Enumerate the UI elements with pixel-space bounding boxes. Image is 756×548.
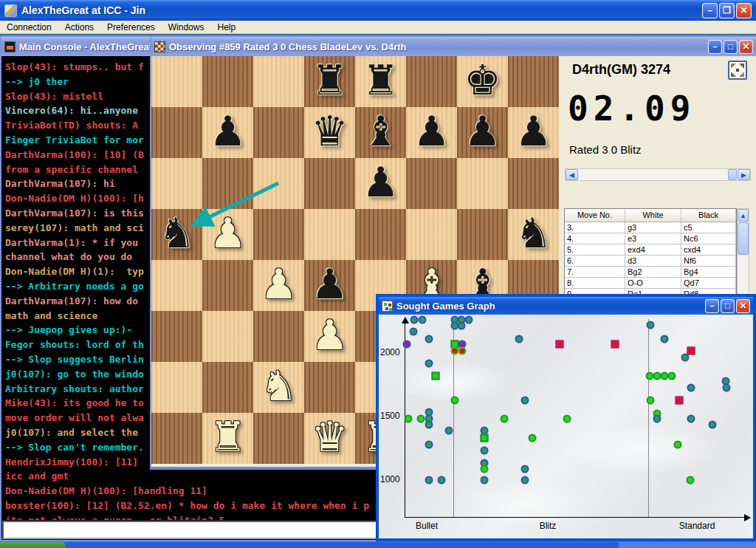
sought-game-dot[interactable] [425,335,433,343]
board-minimize-button[interactable]: – [708,40,722,54]
sought-game-dot[interactable] [481,465,489,473]
move-row[interactable]: 8.O-OQd7 [565,278,736,289]
chess-piece-black-knight-h5[interactable]: ♞ [508,209,559,260]
start-button[interactable] [0,542,65,548]
sought-game-dot[interactable] [668,371,676,380]
chess-piece-white-pawn-d3[interactable]: ♟ [304,311,355,362]
menu-help[interactable]: Help [210,21,242,34]
chess-piece-black-pawn-b7[interactable]: ♟ [202,107,253,158]
sought-game-dot[interactable] [438,476,446,484]
chess-piece-black-pawn-h7[interactable]: ♟ [508,107,559,158]
sought-game-dot[interactable] [501,415,509,423]
sought-game-dot[interactable] [481,476,489,484]
board-maximize-button[interactable]: □ [724,40,738,54]
sought-game-dot[interactable] [611,340,619,348]
board-window-titlebar[interactable]: Observing #859 Rated 3 0 Chess BladeLev … [151,37,756,56]
chess-piece-black-pawn-f7[interactable]: ♟ [406,107,457,158]
sought-game-dot[interactable] [687,476,695,484]
sought-game-dot[interactable] [709,421,717,429]
flip-board-button[interactable] [728,61,747,80]
sought-game-dot[interactable] [425,421,433,429]
chess-piece-white-queen-d1[interactable]: ♛ [304,413,355,464]
sought-game-dot[interactable] [445,426,453,434]
sought-maximize-button[interactable]: □ [721,299,735,313]
sought-game-dot[interactable] [653,415,662,423]
sought-game-dot[interactable] [661,335,669,343]
main-window-titlebar[interactable]: AlexTheGreat at ICC - Jin – ❐ ✕ [0,0,756,21]
scroll-left-icon[interactable]: ◀ [566,169,578,180]
sought-minimize-button[interactable]: – [705,299,719,313]
menu-preferences[interactable]: Preferences [100,21,162,34]
sought-game-dot[interactable] [647,397,655,405]
chess-piece-black-queen-d7[interactable]: ♛ [304,107,355,158]
sought-game-dot[interactable] [432,371,440,380]
sought-game-dot[interactable] [681,353,690,361]
move-row[interactable]: 6.d3Nf6 [565,256,736,267]
moves-header-black[interactable]: Black [681,209,736,222]
menu-connection[interactable]: Connection [0,21,58,34]
sought-game-dot[interactable] [458,347,467,355]
sought-game-dot[interactable] [425,359,433,367]
sought-game-dot[interactable] [521,476,529,484]
chess-piece-black-rook-d8[interactable]: ♜ [304,56,355,107]
sought-game-dot[interactable] [674,440,682,448]
sought-game-dot[interactable] [425,476,433,484]
chess-piece-black-pawn-e6[interactable]: ♟ [355,158,406,209]
sought-game-dot[interactable] [451,397,459,405]
sought-game-dot[interactable] [481,434,489,442]
sought-game-dot[interactable] [410,316,419,324]
sought-window-titlebar[interactable]: Sought Games Graph – □ ✕ [379,297,753,315]
taskbar-button[interactable] [619,542,756,548]
chess-piece-white-rook-b1[interactable]: ♜ [202,413,253,464]
sought-game-dot[interactable] [515,335,523,343]
sought-game-dot[interactable] [563,415,571,423]
sought-game-dot[interactable] [521,397,529,405]
sought-game-dot[interactable] [458,321,466,329]
sought-game-dot[interactable] [647,321,655,329]
sought-game-dot[interactable] [687,415,695,423]
chess-piece-black-pawn-d4[interactable]: ♟ [304,260,355,311]
taskbar[interactable] [0,541,756,548]
sought-game-dot[interactable] [419,316,427,324]
sought-game-dot[interactable] [676,397,684,405]
sought-game-dot[interactable] [687,347,695,355]
sought-game-dot[interactable] [403,340,411,348]
chess-piece-black-knight-a5[interactable]: ♞ [151,209,202,260]
sought-game-dot[interactable] [417,415,425,423]
sought-game-dot[interactable] [556,340,564,348]
chess-piece-black-bishop-e7[interactable]: ♝ [355,107,406,158]
scroll-right-icon[interactable]: ▶ [738,169,750,180]
sought-game-dot[interactable] [687,384,695,392]
move-row[interactable]: 7.Bg2Bg4 [565,267,736,278]
sought-game-dot[interactable] [410,327,418,335]
sought-game-dot[interactable] [405,415,413,423]
hscroll-thumb[interactable] [728,169,737,180]
chess-piece-black-rook-e8[interactable]: ♜ [355,56,406,107]
chess-piece-black-pawn-g7[interactable]: ♟ [457,107,508,158]
sought-game-dot[interactable] [481,447,489,455]
sought-game-dot[interactable] [521,465,529,473]
scroll-up-icon[interactable]: ▲ [738,209,749,222]
chess-piece-white-pawn-c4[interactable]: ♟ [253,260,304,311]
restore-button[interactable]: ❐ [719,3,735,18]
close-button[interactable]: ✕ [736,3,752,18]
move-row[interactable]: 3.g3c5 [565,222,736,233]
vscroll-thumb[interactable] [738,222,749,255]
sought-game-dot[interactable] [529,434,537,442]
chess-piece-white-knight-c2[interactable]: ♞ [253,362,304,413]
move-row[interactable]: 5.exd4cxd4 [565,244,736,256]
sought-close-button[interactable]: ✕ [736,299,750,313]
sought-game-dot[interactable] [723,384,731,392]
menu-actions[interactable]: Actions [58,21,100,34]
moves-header-moveno[interactable]: Move No. [565,209,625,222]
chess-piece-black-king-g8[interactable]: ♚ [457,56,508,107]
menu-windows[interactable]: Windows [162,21,211,34]
minimize-button[interactable]: – [702,3,718,18]
moves-horizontal-scrollbar[interactable]: ◀ ▶ [565,168,751,181]
moves-header-white[interactable]: White [625,209,681,222]
chess-piece-white-pawn-b5[interactable]: ♟ [202,209,253,260]
board-close-button[interactable]: ✕ [739,40,753,54]
move-row[interactable]: 4.e3Nc6 [565,233,736,244]
sought-game-dot[interactable] [465,316,473,324]
sought-game-dot[interactable] [425,440,433,448]
